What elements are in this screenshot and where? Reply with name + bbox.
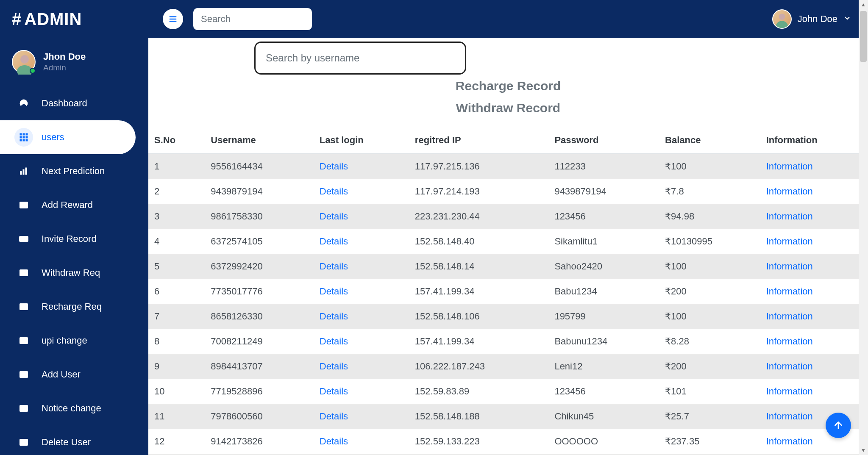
sidebar-item-withdraw-req[interactable]: Withdraw Req — [0, 256, 148, 290]
svg-rect-22 — [19, 236, 28, 241]
svg-rect-16 — [20, 171, 22, 175]
main-content: Recharge Record Withdraw Record S.NoUser… — [148, 38, 868, 455]
svg-rect-7 — [20, 133, 22, 135]
scroll-up-icon[interactable]: ▲ — [859, 0, 868, 9]
sidebar-item-next-prediction[interactable]: Next Prediction — [0, 154, 148, 188]
column-header: Balance — [659, 127, 760, 154]
table-row: 67735017776Details157.41.199.34Babu1234₹… — [148, 279, 868, 304]
page-scrollbar[interactable]: ▲ ▼ — [859, 0, 868, 455]
cell-username: 7008211249 — [205, 329, 314, 354]
sidebar-item-add-user[interactable]: Add User — [0, 358, 148, 391]
scroll-to-top-button[interactable] — [826, 413, 851, 438]
menu-toggle-button[interactable] — [163, 9, 183, 29]
svg-rect-18 — [25, 168, 27, 175]
sidebar-item-notice-change[interactable]: Notice change — [0, 391, 148, 425]
sidebar-item-invite-record[interactable]: Invite Record — [0, 222, 148, 256]
chevron-down-icon — [843, 14, 851, 24]
table-row: 87008211249Details157.41.199.34Babunu123… — [148, 329, 868, 354]
cell-sno: 7 — [148, 304, 205, 329]
information-link[interactable]: Information — [766, 186, 813, 197]
information-link[interactable]: Information — [766, 411, 813, 422]
scrollbar-thumb[interactable] — [860, 11, 867, 62]
withdraw-record-link[interactable]: Withdraw Record — [148, 101, 868, 115]
details-link[interactable]: Details — [320, 361, 348, 372]
sidebar-item-label: Delete User — [42, 437, 91, 448]
details-link[interactable]: Details — [320, 311, 348, 322]
svg-rect-10 — [20, 136, 22, 138]
cell-ip: 223.231.230.44 — [409, 204, 549, 229]
cell-ip: 152.59.133.223 — [409, 429, 549, 454]
details-link[interactable]: Details — [320, 261, 348, 272]
cell-balance: ₹101 — [659, 379, 760, 404]
global-search-input[interactable] — [193, 8, 312, 30]
cell-username: 6372992420 — [205, 254, 314, 279]
sidebar-item-add-reward[interactable]: Add Reward — [0, 188, 148, 222]
scroll-down-icon[interactable]: ▼ — [859, 446, 868, 455]
top-actions — [148, 8, 772, 30]
information-link[interactable]: Information — [766, 386, 813, 397]
cell-password: Sikamlitu1 — [548, 229, 659, 254]
cell-username: 9861758330 — [205, 204, 314, 229]
cell-sno: 9 — [148, 354, 205, 379]
sidebar-item-label: users — [42, 132, 64, 143]
details-link[interactable]: Details — [320, 286, 348, 297]
sidebar-item-upi-change[interactable]: upi change — [0, 324, 148, 358]
cell-sno: 10 — [148, 379, 205, 404]
svg-rect-13 — [20, 139, 22, 141]
cell-sno: 2 — [148, 179, 205, 204]
arrow-up-icon — [833, 420, 844, 431]
cell-sno: 3 — [148, 204, 205, 229]
information-link[interactable]: Information — [766, 311, 813, 322]
cell-username: 9142173826 — [205, 429, 314, 454]
sidebar-item-users[interactable]: users — [0, 120, 136, 154]
sidebar-profile-name: Jhon Doe — [43, 51, 86, 62]
user-menu[interactable]: John Doe — [772, 9, 851, 29]
details-link[interactable]: Details — [320, 211, 348, 222]
information-link[interactable]: Information — [766, 336, 813, 347]
information-link[interactable]: Information — [766, 161, 813, 172]
cell-password: Babunu1234 — [548, 329, 659, 354]
cell-username: 9556164434 — [205, 154, 314, 179]
details-link[interactable]: Details — [320, 386, 348, 397]
users-table-wrap[interactable]: S.NoUsernameLast loginregitred IPPasswor… — [148, 127, 868, 455]
cell-password: Babu1234 — [548, 279, 659, 304]
recharge-record-link[interactable]: Recharge Record — [148, 79, 868, 93]
information-link[interactable]: Information — [766, 236, 813, 247]
username-search-input[interactable] — [254, 42, 466, 75]
information-link[interactable]: Information — [766, 211, 813, 222]
cell-sno: 8 — [148, 329, 205, 354]
cell-username: 8658126330 — [205, 304, 314, 329]
details-link[interactable]: Details — [320, 436, 348, 447]
information-link[interactable]: Information — [766, 261, 813, 272]
cell-balance: ₹100 — [659, 154, 760, 179]
table-icon — [14, 433, 33, 452]
sidebar-item-label: upi change — [42, 335, 87, 346]
sidebar-item-delete-user[interactable]: Delete User — [0, 425, 148, 455]
information-link[interactable]: Information — [766, 286, 813, 297]
gauge-icon — [14, 94, 33, 113]
cell-balance: ₹200 — [659, 354, 760, 379]
details-link[interactable]: Details — [320, 161, 348, 172]
cell-sno: 11 — [148, 404, 205, 429]
information-link[interactable]: Information — [766, 436, 813, 447]
svg-rect-12 — [26, 136, 28, 138]
sidebar-item-dashboard[interactable]: Dashboard — [0, 86, 148, 120]
sidebar-item-label: Recharge Req — [42, 301, 102, 312]
table-row: 46372574105Details152.58.148.40Sikamlitu… — [148, 229, 868, 254]
details-link[interactable]: Details — [320, 236, 348, 247]
brand-label: ADMIN — [24, 10, 82, 29]
details-link[interactable]: Details — [320, 411, 348, 422]
details-link[interactable]: Details — [320, 336, 348, 347]
information-link[interactable]: Information — [766, 361, 813, 372]
cell-ip: 152.58.148.14 — [409, 254, 549, 279]
details-link[interactable]: Details — [320, 186, 348, 197]
sidebar-profile: Jhon Doe Admin — [0, 42, 148, 85]
sidebar-item-recharge-req[interactable]: Recharge Req — [0, 290, 148, 324]
cell-balance: ₹237.35 — [659, 429, 760, 454]
svg-rect-9 — [26, 133, 28, 135]
chart-bar-icon — [14, 162, 33, 180]
sidebar-item-label: Dashboard — [42, 98, 87, 109]
column-header: Password — [548, 127, 659, 154]
cell-username: 7719528896 — [205, 379, 314, 404]
cell-balance: ₹94.98 — [659, 204, 760, 229]
